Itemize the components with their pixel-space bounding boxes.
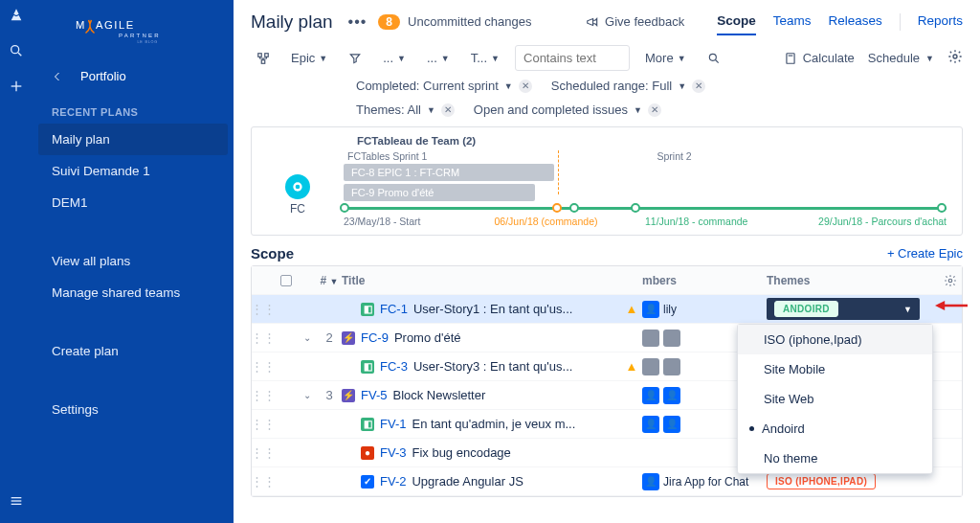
milestone-dot[interactable] [552, 203, 562, 213]
close-icon[interactable]: ✕ [441, 103, 455, 117]
team-avatar[interactable] [285, 174, 310, 199]
date-end: 29/Jun/18 - Parcours d'achat [796, 216, 947, 227]
tab-scope[interactable]: Scope [717, 8, 756, 35]
issue-key[interactable]: FC-1 [380, 302, 408, 316]
timeline-bar-fc8[interactable]: FC-8 EPIC 1 : FT-CRM [344, 164, 554, 181]
menu-icon[interactable] [9, 493, 24, 512]
dropdown-item[interactable]: Site Web [738, 384, 932, 414]
col-themes-header[interactable]: Themes [767, 274, 939, 287]
tab-reports[interactable]: Reports [918, 8, 963, 35]
back-to-portfolio[interactable]: Portfolio [33, 61, 234, 93]
milestone-dot[interactable] [631, 203, 640, 213]
hierarchy-filter[interactable] [251, 48, 276, 69]
release-track [344, 207, 947, 210]
drag-handle[interactable]: ⋮⋮ [252, 445, 275, 460]
schedule-button[interactable]: Schedule ▼ [868, 51, 934, 65]
col-members-header[interactable]: mbers [642, 274, 767, 287]
svg-point-23 [948, 279, 952, 283]
plan-maily[interactable]: Maily plan [38, 124, 228, 155]
drag-handle[interactable]: ⋮⋮ [252, 388, 275, 402]
recent-plans-heading: RECENT PLANS [33, 93, 234, 124]
chip-scheduled[interactable]: Scheduled range: Full ▼ ✕ [551, 79, 705, 93]
milestone-dot[interactable] [569, 203, 579, 213]
search-icon[interactable] [9, 43, 24, 61]
plan-dem1[interactable]: DEM1 [33, 187, 234, 218]
theme-select[interactable]: ANDOIRD▼ [767, 298, 920, 320]
col-title-header[interactable]: Title [342, 274, 621, 287]
issue-type-icon: ✓ [361, 475, 374, 489]
chip-open-completed[interactable]: Open and completed issues ▼ ✕ [474, 102, 661, 117]
tab-releases[interactable]: Releases [828, 8, 881, 35]
create-epic-link[interactable]: + Create Epic [887, 246, 963, 261]
more-actions-icon[interactable]: ••• [346, 13, 369, 31]
sprint2-label: Sprint 2 [657, 150, 691, 162]
close-icon[interactable]: ✕ [692, 80, 705, 93]
issue-key[interactable]: FC-9 [361, 330, 389, 345]
issue-key[interactable]: FV-5 [361, 388, 387, 402]
view-all-plans[interactable]: View all plans [33, 245, 234, 277]
filter-dots2[interactable]: ... ▼ [421, 47, 456, 69]
give-feedback-link[interactable]: Give feedback [586, 14, 684, 29]
timeline-team-label: FCTableau de Team (2) [252, 131, 962, 150]
select-all-checkbox[interactable] [280, 275, 292, 286]
issue-key[interactable]: FC-3 [380, 359, 408, 374]
issue-key[interactable]: FV-2 [380, 474, 406, 489]
svg-point-20 [953, 55, 957, 58]
filter-dots1[interactable]: ... ▼ [377, 47, 412, 69]
svg-text:AGILE: AGILE [96, 19, 135, 31]
settings[interactable]: Settings [33, 394, 234, 425]
members-cell[interactable]: 👤Jira App for Chat [642, 473, 767, 490]
drag-handle[interactable]: ⋮⋮ [252, 359, 275, 374]
themes-cell[interactable]: ISO (IPHONE,IPAD) [767, 473, 939, 489]
drag-handle[interactable]: ⋮⋮ [252, 330, 275, 345]
expand-toggle[interactable]: ⌄ [298, 390, 317, 400]
themes-cell[interactable]: ANDOIRD▼ [767, 298, 939, 320]
tab-teams[interactable]: Teams [773, 8, 812, 35]
dropdown-item[interactable]: Andoird [738, 414, 932, 443]
expand-toggle[interactable]: ⌄ [298, 332, 317, 343]
timeline-bar-fc9[interactable]: FC-9 Promo d'été [344, 184, 535, 201]
milestone-dot[interactable] [340, 203, 349, 213]
chip-completed[interactable]: Completed: Current sprint ▼ ✕ [356, 79, 532, 93]
issue-key[interactable]: FV-1 [380, 417, 406, 431]
dropdown-item[interactable]: Site Mobile [738, 354, 932, 384]
filter-t[interactable]: T... ▼ [465, 47, 505, 69]
svg-rect-12 [265, 53, 269, 57]
plan-suivi[interactable]: Suivi Demande 1 [33, 155, 234, 187]
create-plan[interactable]: Create plan [33, 335, 234, 367]
columns-gear-icon[interactable] [944, 274, 957, 287]
create-icon[interactable] [9, 79, 24, 97]
member-avatar: 👤 [663, 416, 680, 433]
theme-badge: ISO (IPHONE,IPAD) [767, 473, 876, 489]
drag-handle[interactable]: ⋮⋮ [252, 302, 275, 316]
issue-key[interactable]: FV-3 [380, 445, 406, 460]
uncommitted-changes-pill[interactable]: 8 Uncommitted changes [378, 14, 531, 30]
table-row[interactable]: ⋮⋮ ◧FC-1User-Story1 : En tant qu'us...▲👤… [252, 295, 962, 324]
warning-icon[interactable]: ▲ [626, 302, 638, 316]
members-cell[interactable]: 👤lily [642, 301, 767, 318]
drag-handle[interactable]: ⋮⋮ [252, 474, 275, 489]
brand-logo: M AGILE PARTNER LE BLOG [33, 10, 234, 54]
epic-filter[interactable]: Epic ▼ [285, 47, 333, 69]
issue-type-icon: ◧ [361, 418, 374, 431]
warning-icon[interactable]: ▲ [626, 359, 638, 374]
dropdown-item[interactable]: No theme [738, 443, 932, 473]
dropdown-item[interactable]: ISO (iphone,Ipad) [738, 325, 932, 354]
close-icon[interactable]: ✕ [648, 103, 661, 117]
milestone-dot[interactable] [937, 203, 947, 213]
search-input[interactable] [515, 45, 630, 71]
svg-point-0 [11, 46, 19, 54]
drag-handle[interactable]: ⋮⋮ [252, 417, 275, 431]
close-icon[interactable]: ✕ [519, 80, 532, 93]
issue-title: Block Newsletter [392, 388, 485, 402]
funnel-filter[interactable] [343, 48, 368, 69]
manage-shared-teams[interactable]: Manage shared teams [33, 277, 234, 308]
gear-icon[interactable] [947, 49, 963, 67]
search-icon-btn[interactable] [702, 48, 726, 69]
more-filters[interactable]: More ▼ [639, 47, 692, 69]
member-avatar: 👤 [642, 473, 659, 490]
app-switcher-icon[interactable] [9, 8, 24, 26]
calculate-button[interactable]: Calculate [784, 51, 855, 65]
themes-dropdown[interactable]: ISO (iphone,Ipad) Site Mobile Site Web A… [737, 324, 933, 474]
chip-themes[interactable]: Themes: All ▼ ✕ [356, 102, 455, 117]
